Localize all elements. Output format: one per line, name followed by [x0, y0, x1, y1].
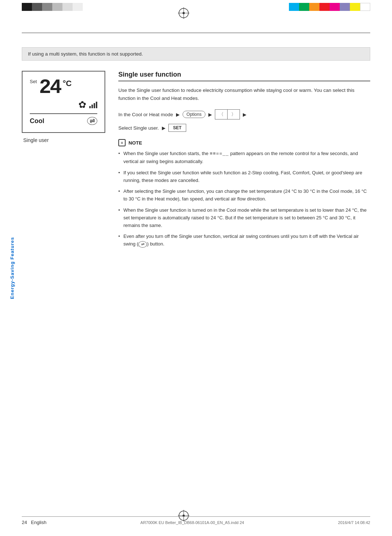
- instruction-text-1: In the Cool or Heat mode: [118, 112, 173, 117]
- two-column-layout: Set 24 °C ✿: [22, 71, 370, 252]
- display-cool-row: Cool ⇌: [30, 117, 97, 125]
- note-item-4: When the Single user function is turned …: [118, 207, 370, 229]
- notice-text: If using a multi system, this function i…: [28, 51, 143, 57]
- sidebar-label: Energy-Saving Features: [9, 237, 15, 299]
- section-title: Single user function: [118, 71, 370, 81]
- bottom-divider: [22, 516, 370, 517]
- display-illustration: Set 24 °C ✿: [22, 71, 105, 133]
- set-button: SET: [168, 124, 186, 132]
- display-temperature: 24: [39, 77, 61, 98]
- chevron-left-button: 〈: [215, 110, 228, 119]
- note-item-1-text: When the Single user function starts, th…: [123, 151, 358, 164]
- instruction-text-2: Select Single user.: [118, 125, 159, 131]
- bottom-row: 24 English AR7000K EU Better_IB_DB68-061…: [22, 520, 370, 525]
- sidebar-energy-saving-tab: Energy-Saving Features: [9, 237, 15, 299]
- instruction-line-1: In the Cool or Heat mode ▶ Options ▶ 〈 〉…: [118, 109, 370, 119]
- pattern-symbol: ≡≡==__: [210, 151, 229, 157]
- fan-icon: ✿: [78, 99, 86, 110]
- arrow-4: ▶: [162, 125, 166, 131]
- note-item-5-text: Even after you turn off the Single user …: [123, 234, 359, 247]
- display-set-row: Set 24 °C: [30, 77, 97, 98]
- file-info: AR7000K EU Better_IB_DB68-06101A-00_EN_A…: [140, 520, 244, 525]
- date-info: 2016/4/7 14:08:42: [338, 520, 370, 525]
- options-button: Options: [183, 111, 205, 118]
- note-item-1: When the Single user function starts, th…: [118, 150, 370, 166]
- note-icon: ≡: [118, 139, 126, 146]
- page-number: 24 English: [22, 520, 46, 525]
- note-item-3: After selecting the Single user function…: [118, 188, 370, 203]
- nav-buttons: 〈 〉: [215, 109, 240, 119]
- display-celsius: °C: [63, 79, 72, 88]
- svg-point-3: [183, 12, 185, 14]
- note-item-2: If you select the Single user function w…: [118, 169, 370, 184]
- arrow-1: ▶: [176, 112, 180, 117]
- air-swing-inline-icon: ⇌: [138, 241, 147, 248]
- top-divider: [22, 33, 370, 33]
- bottom-area: 24 English AR7000K EU Better_IB_DB68-061…: [22, 516, 370, 525]
- note-label: NOTE: [128, 140, 142, 146]
- note-section: ≡ NOTE When the Single user function sta…: [118, 139, 370, 248]
- display-cool-label: Cool: [30, 117, 44, 125]
- left-column: Set 24 °C ✿: [22, 71, 105, 252]
- signal-bars: [89, 102, 97, 108]
- main-content: If using a multi system, this function i…: [22, 47, 370, 507]
- note-header: ≡ NOTE: [118, 139, 370, 146]
- single-user-label: Single user: [22, 137, 105, 143]
- arrow-2: ▶: [208, 112, 212, 117]
- note-list: When the Single user function starts, th…: [118, 150, 370, 248]
- note-item-5: Even after you turn off the Single user …: [118, 233, 370, 248]
- color-registration-right: [289, 3, 370, 11]
- display-icons-row: ✿: [30, 99, 97, 110]
- notice-box: If using a multi system, this function i…: [22, 47, 370, 61]
- swing-icon: ⇌: [87, 117, 97, 125]
- display-inner-divider: [30, 113, 97, 114]
- chevron-right-button: 〉: [228, 110, 240, 119]
- color-registration-left: [22, 3, 83, 11]
- instruction-line-2: Select Single user. ▶ SET: [118, 124, 370, 132]
- section-description: Use the Single user function to reduce e…: [118, 86, 370, 102]
- display-set-label: Set: [30, 79, 37, 84]
- right-column: Single user function Use the Single user…: [118, 71, 370, 252]
- registration-mark-top: [178, 7, 189, 19]
- arrow-3: ▶: [243, 112, 246, 117]
- page-language: English: [31, 520, 46, 525]
- page-num-value: 24: [22, 520, 27, 525]
